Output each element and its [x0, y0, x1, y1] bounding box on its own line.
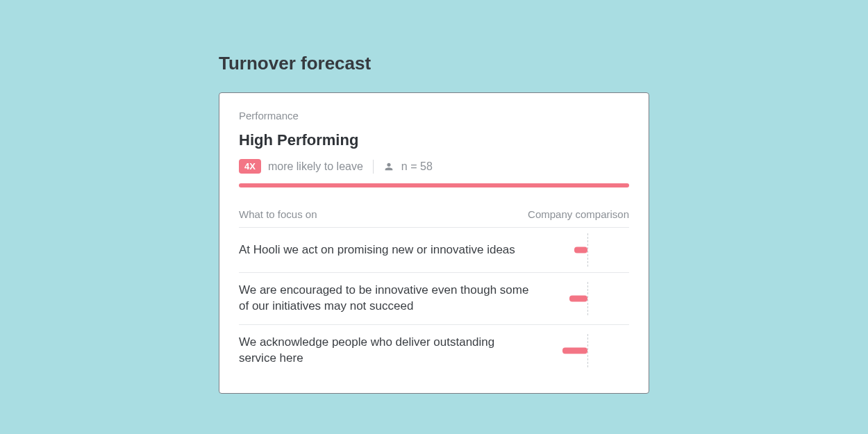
- meta-row: 4X more likely to leave n = 58: [239, 159, 629, 174]
- comparison-chart: [546, 237, 629, 262]
- zero-line: [587, 334, 588, 367]
- comparison-bar: [574, 247, 587, 253]
- multiplier-badge: 4X: [239, 159, 261, 174]
- comparison-bar: [562, 347, 587, 353]
- section-header: What to focus on Company comparison: [239, 208, 629, 227]
- page-title: Turnover forecast: [219, 53, 649, 74]
- focus-row: At Hooli we act on promising new or inno…: [239, 227, 629, 272]
- comparison-bar: [569, 295, 587, 301]
- full-bar: [239, 183, 629, 187]
- n-label: n = 58: [401, 160, 433, 173]
- person-icon: [383, 161, 394, 172]
- comparison-chart: [546, 286, 629, 311]
- zero-line: [587, 233, 588, 267]
- forecast-card: Performance High Performing 4X more like…: [219, 92, 649, 394]
- focus-row-text: We are encouraged to be innovative even …: [239, 283, 533, 315]
- zero-line: [587, 282, 588, 315]
- comparison-chart: [546, 338, 629, 363]
- focus-row: We acknowledge people who deliver outsta…: [239, 324, 629, 376]
- focus-row-text: We acknowledge people who deliver outsta…: [239, 335, 533, 367]
- card-headline: High Performing: [239, 131, 629, 149]
- focus-header: What to focus on: [239, 208, 317, 220]
- card-eyebrow: Performance: [239, 110, 629, 122]
- comparison-header: Company comparison: [528, 208, 629, 220]
- focus-row: We are encouraged to be innovative even …: [239, 272, 629, 324]
- focus-row-text: At Hooli we act on promising new or inno…: [239, 242, 533, 258]
- likely-text: more likely to leave: [268, 160, 363, 173]
- divider: [373, 160, 374, 174]
